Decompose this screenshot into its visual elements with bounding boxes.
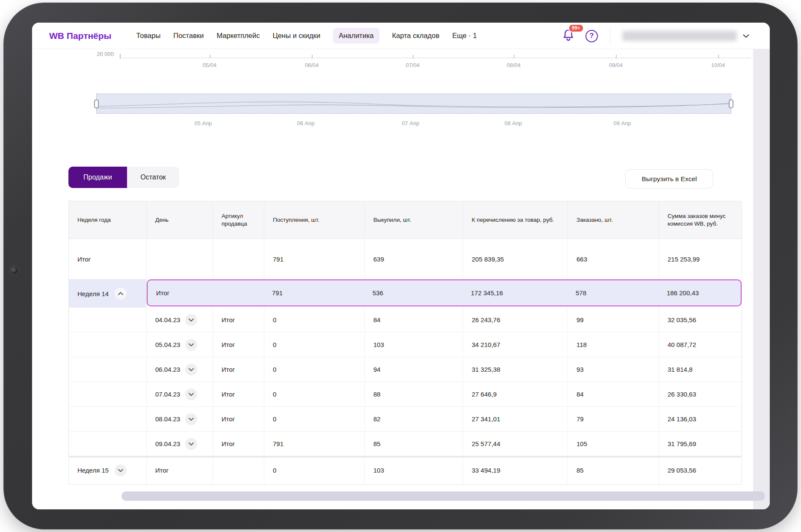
chart-x-tick-label: 10/04	[711, 62, 725, 68]
brush-handle-left[interactable]	[94, 99, 99, 108]
brush-tick-label: 06 Апр	[297, 120, 314, 126]
day-bought: 88	[365, 382, 463, 406]
day-date-label: 04.04.23	[155, 316, 180, 323]
expand-day-button[interactable]	[185, 314, 197, 326]
day-payout: 26 243,76	[463, 308, 568, 332]
day-ordered: 105	[568, 432, 659, 456]
day-bought: 103	[365, 332, 463, 357]
day-date-label: 05.04.23	[155, 341, 180, 348]
day-payout: 27 646,9	[463, 382, 568, 406]
chevron-down-icon	[189, 368, 194, 371]
nav-item-analytics-active[interactable]: Аналитика	[333, 28, 379, 44]
notification-badge: 99+	[568, 24, 584, 32]
chart-range-brush[interactable]	[96, 94, 731, 114]
week14-orders-sum: 186 200,43	[658, 280, 741, 306]
navbar-right-cluster: 99+ ?	[562, 23, 749, 49]
horizontal-scrollbar[interactable]	[121, 491, 765, 501]
expand-day-button[interactable]	[185, 339, 197, 351]
day-bought: 85	[365, 432, 463, 456]
day-payout: 31 325,38	[463, 357, 568, 382]
table-row-day: 08.04.23 Итог 0 82 27 341,01 79 24 136,0…	[69, 407, 742, 432]
table-row-day: 09.04.23 Итог 791 85 25 577,44 105 31 79…	[69, 432, 742, 456]
sales-stock-tabs: Продажи Остаток	[68, 167, 179, 188]
day-receipts: 0	[264, 357, 365, 382]
collapse-week14-button[interactable]	[115, 288, 127, 300]
chevron-down-icon	[118, 469, 123, 472]
day-ordered: 79	[568, 407, 659, 431]
chart-x-tick-label: 05/04	[203, 62, 217, 68]
week15-orders-sum: 29 053,56	[659, 456, 742, 484]
chevron-down-icon	[189, 343, 194, 347]
chevron-down-icon	[189, 417, 194, 421]
day-article: Итог	[213, 432, 264, 456]
chart-tick	[616, 55, 617, 59]
week14-payout: 172 345,16	[462, 280, 567, 306]
day-ordered: 84	[568, 382, 659, 406]
day-date-label: 08.04.23	[155, 415, 180, 423]
brush-tick-label: 09 Апр	[613, 120, 631, 126]
day-article: Итог	[213, 357, 264, 382]
brush-mini-chart	[97, 94, 731, 113]
brush-handle-right[interactable]	[729, 99, 733, 108]
tab-stock[interactable]: Остаток	[127, 167, 179, 188]
nav-item-tovary[interactable]: Товары	[136, 28, 161, 44]
table-row-day: 07.04.23 Итог 0 88 27 646,9 84 26 330,63	[69, 382, 742, 407]
export-excel-button[interactable]: Выгрузить в Excel	[625, 169, 713, 188]
day-bought: 84	[365, 308, 463, 332]
day-date-label: 07.04.23	[155, 391, 180, 398]
brush-tick-label: 08 Апр	[504, 120, 522, 126]
nav-item-more[interactable]: Еще · 1	[452, 28, 476, 44]
chart-tick	[514, 55, 514, 59]
expand-day-button[interactable]	[185, 388, 197, 400]
chart-tick	[210, 55, 210, 59]
day-receipts: 0	[264, 332, 365, 357]
tablet-bezel: WB Партнёры Товары Поставки Маркетплейс …	[3, 3, 798, 529]
wb-partners-logo[interactable]: WB Партнёры	[49, 31, 112, 41]
week15-ordered: 85	[568, 456, 659, 484]
col-header-day: День	[147, 201, 213, 238]
chart-x-tick-label: 06/04	[305, 62, 319, 68]
account-name-redacted[interactable]	[622, 31, 737, 41]
day-date-label: 09.04.23	[155, 440, 180, 447]
week15-receipts: 0	[264, 456, 365, 484]
nav-item-postavki[interactable]: Поставки	[173, 28, 204, 44]
table-row-day: 06.04.23 Итог 0 94 31 325,38 93 31 814,8	[69, 357, 742, 382]
chart-tick	[312, 55, 313, 59]
day-orders-sum: 24 136,03	[659, 407, 742, 431]
app-screen: WB Партнёры Товары Поставки Маркетплейс …	[32, 23, 770, 509]
nav-item-prices[interactable]: Цены и скидки	[272, 28, 320, 44]
day-article: Итог	[213, 308, 264, 332]
tab-sales[interactable]: Продажи	[68, 167, 127, 188]
day-orders-sum: 31 795,69	[659, 432, 742, 456]
table-row-week14-total[interactable]: Неделя 14 Итог 791 536 172 345,16 578 18…	[69, 279, 742, 308]
week15-label: Неделя 15	[77, 467, 109, 474]
bell-icon	[562, 36, 575, 44]
expand-day-button[interactable]	[185, 413, 197, 425]
week14-days-group: 04.04.23 Итог 0 84 26 243,76 99 32 035,5…	[69, 308, 742, 456]
table-row-week15-total[interactable]: Неделя 15 Итог 0 103 33 494,19 85 29 053…	[69, 456, 742, 484]
col-header-bought: Выкупили, шт.	[365, 201, 463, 238]
day-receipts: 0	[264, 382, 365, 406]
expand-week15-button[interactable]	[115, 464, 127, 476]
page-scroll-gutter[interactable]	[753, 49, 770, 509]
day-ordered: 118	[568, 332, 659, 357]
day-article: Итог	[213, 382, 264, 406]
nav-item-marketplace[interactable]: Маркетплейс	[216, 28, 260, 44]
table-row-grand-total: Итог 791 639 205 839,35 663 215 253,99	[69, 239, 742, 279]
expand-day-button[interactable]	[185, 364, 197, 376]
nav-item-warehouse-map[interactable]: Карта складов	[392, 28, 440, 44]
week15-bought: 103	[365, 456, 463, 484]
day-payout: 27 341,01	[463, 407, 568, 431]
col-header-article: Артикул продавца	[213, 201, 264, 238]
day-receipts: 0	[264, 308, 365, 332]
chart-x-tick-label: 07/04	[406, 62, 420, 68]
expand-day-button[interactable]	[185, 438, 197, 450]
day-payout: 34 210,67	[463, 332, 568, 357]
week14-ordered: 578	[567, 280, 658, 306]
help-icon[interactable]: ?	[585, 30, 598, 42]
day-article: Итог	[213, 332, 264, 357]
notifications-button[interactable]: 99+	[562, 28, 575, 44]
chevron-down-icon[interactable]	[743, 34, 749, 38]
week14-highlighted-subrow[interactable]: Итог 791 536 172 345,16 578 186 200,43	[147, 279, 742, 306]
week14-day: Итог	[148, 280, 212, 306]
